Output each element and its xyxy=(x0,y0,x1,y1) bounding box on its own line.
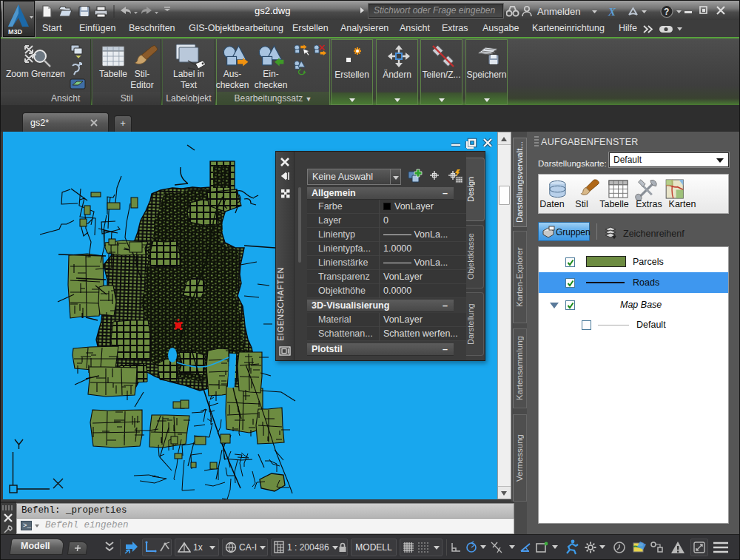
svg-text:X: X xyxy=(608,6,616,18)
svg-text:Anmelden: Anmelden xyxy=(537,6,581,17)
svg-text:M3D: M3D xyxy=(8,28,23,36)
svg-text:?: ? xyxy=(664,7,669,17)
